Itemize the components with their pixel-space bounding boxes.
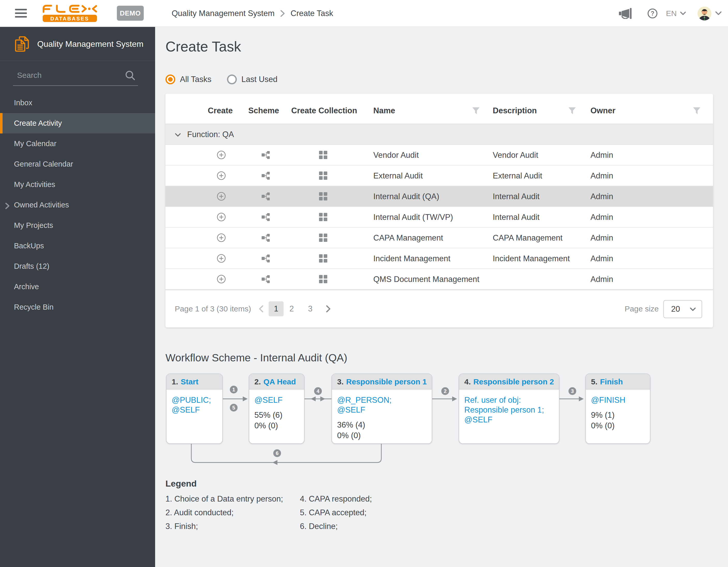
search-input[interactable]: [13, 71, 122, 85]
scheme-icon[interactable]: [261, 254, 270, 262]
task-description: CAPA Management: [493, 227, 563, 248]
create-collection-icon[interactable]: [319, 171, 328, 180]
page-button-3[interactable]: 3: [308, 304, 312, 314]
create-collection-icon[interactable]: [319, 192, 328, 201]
sidebar-item-my-activities[interactable]: My Activities: [0, 174, 155, 195]
sidebar-item-drafts[interactable]: Drafts (12): [0, 256, 155, 276]
create-collection-icon[interactable]: [319, 275, 328, 284]
task-description: External Audit: [493, 165, 542, 186]
table-row-qms-document-management[interactable]: QMS Document Management Admin: [165, 269, 713, 290]
language-selector[interactable]: EN: [666, 0, 686, 27]
task-owner: Admin: [590, 186, 613, 207]
task-description: Internal Audit: [493, 207, 540, 227]
scheme-icon[interactable]: [261, 275, 270, 283]
create-task-icon[interactable]: [217, 254, 226, 263]
radio-last-used[interactable]: Last Used: [227, 74, 278, 84]
radio-all-tasks[interactable]: All Tasks: [165, 74, 211, 84]
task-name: Internal Audit (QA): [373, 186, 439, 207]
connector-6-badge: 6: [273, 449, 281, 457]
workflow-node-start[interactable]: 1.Start @PUBLIC; @SELF: [166, 374, 223, 444]
tasks-table: Create Scheme Create Collection Name Des…: [165, 94, 713, 328]
table-row-vendor-audit[interactable]: Vendor Audit Vendor Audit Admin: [165, 145, 713, 165]
announcements-icon[interactable]: [618, 0, 632, 27]
legend-column-2: 4. CAPA responded; 5. CAPA accepted; 6. …: [300, 492, 372, 533]
group-row-function-qa[interactable]: Function: QA: [165, 124, 713, 145]
sidebar-item-backups[interactable]: BackUps: [0, 236, 155, 256]
menu-toggle-icon[interactable]: [15, 9, 27, 18]
column-create-collection[interactable]: Create Collection: [291, 106, 357, 115]
sidebar-item-my-projects[interactable]: My Projects: [0, 215, 155, 236]
sidebar-item-inbox[interactable]: Inbox: [0, 93, 155, 113]
column-scheme[interactable]: Scheme: [248, 106, 279, 115]
filter-owner-icon[interactable]: [693, 107, 701, 114]
previous-page-icon[interactable]: [259, 305, 264, 313]
create-collection-icon[interactable]: [319, 233, 328, 242]
column-owner[interactable]: Owner: [590, 106, 615, 115]
sidebar-module-title: Quality Management System: [37, 27, 143, 61]
task-filter-radios: All Tasks Last Used: [165, 74, 277, 84]
scheme-icon[interactable]: [261, 151, 270, 159]
column-description[interactable]: Description: [493, 106, 537, 115]
help-icon[interactable]: ?: [647, 0, 658, 27]
scheme-icon[interactable]: [261, 192, 270, 200]
create-collection-icon[interactable]: [319, 150, 328, 159]
create-task-icon[interactable]: [217, 171, 226, 180]
topbar: DATABASES DEMO Quality Management System…: [0, 0, 728, 27]
sidebar-item-create-activity[interactable]: Create Activity: [0, 113, 155, 133]
user-menu-caret-icon[interactable]: [715, 0, 722, 27]
table-row-external-audit[interactable]: External Audit External Audit Admin: [165, 165, 713, 186]
table-row-incident-management[interactable]: Incident Management Incident Management …: [165, 248, 713, 269]
page-size-caret-icon: [690, 307, 696, 312]
collapse-group-icon: [175, 133, 181, 137]
filter-name-icon[interactable]: [472, 107, 480, 114]
create-collection-icon[interactable]: [319, 254, 328, 263]
column-name[interactable]: Name: [373, 106, 395, 115]
filter-description-icon[interactable]: [568, 107, 576, 114]
workflow-node-finish[interactable]: 5.Finish @FINISH 9% (1) 0% (0): [585, 374, 650, 444]
column-create[interactable]: Create: [208, 106, 233, 115]
connector-1-badge: 1: [230, 386, 238, 394]
create-task-icon[interactable]: [217, 150, 226, 159]
user-avatar[interactable]: [697, 0, 711, 27]
task-name: CAPA Management: [373, 227, 443, 248]
workflow-node-responsible-person-1[interactable]: 3.Responsible person 1 @R_PERSON; @SELF …: [331, 374, 432, 444]
task-owner: Admin: [590, 165, 613, 186]
sidebar-item-recycle-bin[interactable]: Recycle Bin: [0, 297, 155, 318]
connector-2-badge: 2: [441, 387, 449, 395]
table-row-internal-audit-tw-vp[interactable]: Internal Audit (TW/VP) Internal Audit Ad…: [165, 207, 713, 227]
page-size-select[interactable]: 20: [663, 300, 702, 318]
sidebar-item-archive[interactable]: Archive: [0, 276, 155, 297]
table-row-internal-audit-qa[interactable]: Internal Audit (QA) Internal Audit Admin: [165, 186, 713, 207]
radio-all-tasks-circle: [165, 74, 175, 84]
create-collection-icon[interactable]: [319, 213, 328, 221]
sidebar-item-owned-activities[interactable]: Owned Activities: [0, 195, 155, 215]
workflow-node-responsible-person-2[interactable]: 4.Responsible person 2 Ref. user of obj:…: [459, 374, 559, 444]
sidebar-menu: Inbox Create Activity My Calendar Genera…: [0, 93, 155, 318]
legend-title: Legend: [165, 479, 197, 489]
next-page-icon[interactable]: [326, 305, 331, 313]
table-row-capa-management[interactable]: CAPA Management CAPA Management Admin: [165, 227, 713, 248]
sidebar-item-general-calendar[interactable]: General Calendar: [0, 154, 155, 174]
create-task-icon[interactable]: [217, 233, 226, 242]
breadcrumb-current: Create Task: [291, 9, 333, 18]
breadcrumb-root[interactable]: Quality Management System: [172, 9, 275, 18]
page-size-label: Page size: [625, 305, 659, 313]
legend-item: 1. Choice of a Data entry person;: [165, 492, 283, 506]
sidebar-search: [13, 70, 138, 86]
connector-5-badge: 5: [230, 404, 238, 412]
connector-3-badge: 3: [568, 387, 576, 395]
workflow-node-qa-head[interactable]: 2.QA Head @SELF 55% (6) 0% (0): [249, 374, 305, 444]
scheme-icon[interactable]: [261, 171, 270, 180]
scheme-icon[interactable]: [261, 213, 270, 221]
sidebar-item-my-calendar[interactable]: My Calendar: [0, 133, 155, 154]
create-task-icon[interactable]: [217, 213, 226, 221]
radio-last-used-circle: [227, 74, 237, 84]
table-pagination: Page 1 of 3 (30 items) 1 2 3 Page size 2…: [165, 290, 713, 328]
flex-databases-logo[interactable]: DATABASES: [42, 5, 97, 22]
create-task-icon[interactable]: [217, 192, 226, 201]
create-task-icon[interactable]: [217, 275, 226, 284]
page-button-1[interactable]: 1: [269, 302, 284, 316]
task-name: Internal Audit (TW/VP): [373, 207, 453, 227]
page-button-2[interactable]: 2: [289, 304, 294, 314]
scheme-icon[interactable]: [261, 233, 270, 242]
